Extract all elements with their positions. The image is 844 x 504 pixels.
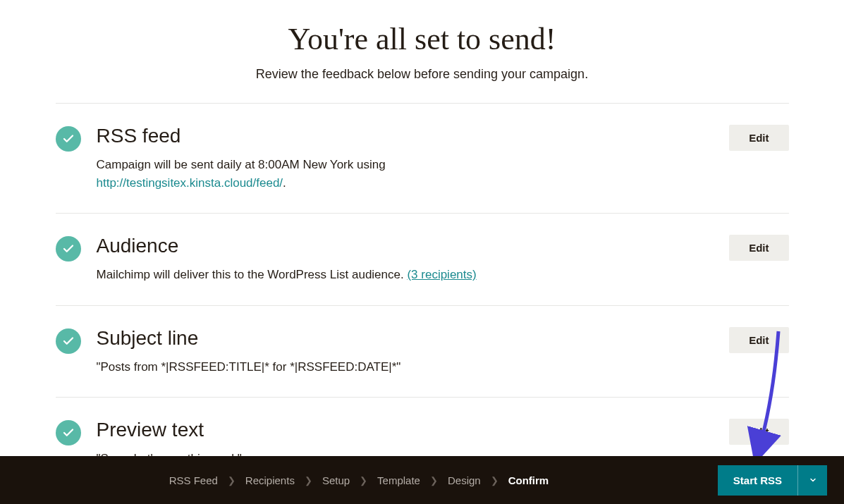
start-rss-button[interactable]: Start RSS (718, 465, 797, 496)
check-icon (56, 420, 81, 445)
audience-desc-prefix: Mailchimp will deliver this to the WordP… (97, 268, 408, 281)
chevron-right-icon: ❯ (305, 475, 312, 486)
section-subject: Subject line "Posts from *|RSSFEED:TITLE… (56, 305, 789, 398)
rss-feed-link[interactable]: http://testingsitex.kinsta.cloud/feed/ (97, 176, 283, 190)
edit-preview-button[interactable]: Edit (729, 419, 788, 445)
section-title-audience: Audience (97, 235, 714, 257)
check-icon (56, 126, 81, 152)
step-confirm[interactable]: Confirm (508, 474, 549, 486)
breadcrumb: RSS Feed ❯ Recipients ❯ Setup ❯ Template… (0, 474, 718, 486)
check-icon (56, 328, 81, 354)
step-recipients[interactable]: Recipients (245, 474, 295, 486)
edit-rss-button[interactable]: Edit (729, 125, 788, 151)
section-title-preview: Preview text (97, 419, 714, 441)
rss-desc-suffix: . (283, 176, 286, 190)
section-desc-rss: Campaign will be sent daily at 8:00AM Ne… (97, 156, 714, 192)
page-subtitle: Review the feedback below before sending… (56, 67, 789, 82)
step-template[interactable]: Template (377, 474, 420, 486)
rss-desc-prefix: Campaign will be sent daily at 8:00AM Ne… (97, 158, 386, 171)
section-audience: Audience Mailchimp will deliver this to … (56, 213, 789, 305)
chevron-right-icon: ❯ (430, 475, 438, 486)
section-title-subject: Subject line (97, 327, 714, 350)
section-desc-subject: "Posts from *|RSSFEED:TITLE|* for *|RSSF… (97, 358, 714, 376)
page-title: You're all set to send! (56, 21, 789, 57)
chevron-right-icon: ❯ (360, 475, 367, 486)
section-title-rss: RSS feed (97, 125, 714, 147)
chevron-right-icon: ❯ (228, 475, 236, 486)
step-setup[interactable]: Setup (322, 474, 350, 486)
recipients-link[interactable]: (3 recipients) (407, 268, 476, 281)
hero-header: You're all set to send! Review the feedb… (56, 14, 789, 103)
edit-audience-button[interactable]: Edit (729, 235, 788, 261)
start-rss-dropdown[interactable] (797, 465, 827, 496)
step-rss-feed[interactable]: RSS Feed (169, 474, 218, 486)
start-rss-group: Start RSS (718, 465, 827, 496)
check-icon (56, 236, 81, 262)
chevron-right-icon: ❯ (491, 475, 499, 486)
step-design[interactable]: Design (448, 474, 481, 486)
section-desc-audience: Mailchimp will deliver this to the WordP… (97, 266, 714, 284)
chevron-down-icon (809, 476, 817, 484)
section-rss-feed: RSS feed Campaign will be sent daily at … (56, 103, 789, 213)
edit-subject-button[interactable]: Edit (729, 327, 788, 353)
footer-bar: RSS Feed ❯ Recipients ❯ Setup ❯ Template… (0, 456, 844, 504)
